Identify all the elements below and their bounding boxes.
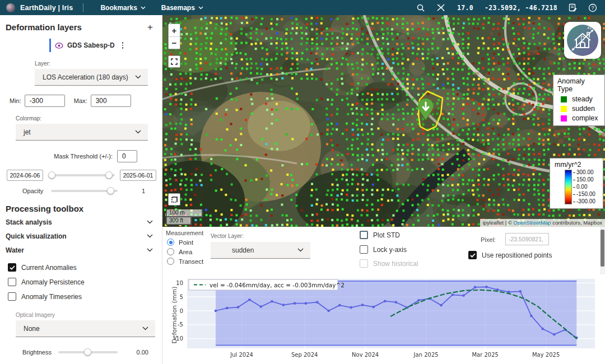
opacity-label: Opacity [22, 188, 43, 194]
checkbox-icon[interactable] [8, 278, 16, 286]
zoom-in-button[interactable]: + [169, 24, 180, 36]
scale-feet: 300 ft [166, 216, 192, 225]
checkbox-icon[interactable] [8, 292, 16, 301]
min-label: Min: [10, 97, 21, 104]
checkbox-anomaly-persistence[interactable]: Anomaly Persistence [8, 278, 162, 286]
scrollbar-track[interactable] [600, 227, 605, 274]
optical-imagery-select[interactable]: None [16, 320, 155, 337]
radio-icon[interactable] [167, 258, 174, 265]
date-range-handle-start[interactable] [48, 171, 55, 179]
measurement-label: Measurement [166, 230, 203, 236]
section-stack-analysis[interactable]: Stack analysis [6, 215, 153, 229]
vector-layer-label: Vector Layer: [211, 233, 244, 239]
search-icon[interactable] [416, 3, 425, 12]
checkbox-icon[interactable] [360, 245, 368, 254]
draw-polygon-icon [171, 196, 178, 203]
checkbox-checked-icon[interactable] [8, 263, 16, 272]
checkbox-icon[interactable] [360, 231, 368, 239]
nav-divider [83, 3, 83, 12]
section-quick-visualization[interactable]: Quick visualization [6, 229, 153, 243]
openstreetmap-link[interactable]: OpenStreetMap [514, 220, 551, 226]
scrollbar-thumb[interactable] [601, 230, 604, 267]
chevron-down-icon [147, 220, 153, 224]
svg-text:5: 5 [180, 294, 183, 300]
date-range-slider[interactable] [48, 174, 115, 176]
satellite-map-canvas[interactable] [162, 15, 605, 227]
mask-threshold-label: Mask Threshold (+/-): [54, 153, 113, 160]
opacity-slider[interactable] [51, 190, 118, 192]
opacity-handle[interactable] [107, 187, 114, 194]
compass-home-button[interactable]: D 41° [564, 22, 601, 59]
svg-text:Nov 2024: Nov 2024 [352, 352, 379, 358]
measure-tool-icon[interactable] [436, 3, 446, 12]
end-date-input[interactable] [120, 170, 156, 181]
checkbox-anomaly-timeseries[interactable]: Anomaly Timeseries [8, 292, 162, 301]
cursor-coordinates: -23.5092, -46.7218 [485, 4, 557, 12]
chevron-down-icon [147, 248, 153, 252]
help-icon[interactable]: ? [588, 3, 597, 12]
layer-select[interactable]: LOS Acceleration (180 days) [35, 69, 148, 86]
radio-selected-icon[interactable] [167, 239, 174, 246]
legend-item-steady: steady [561, 95, 601, 103]
sidebar: Deformation layers + GDS Sabesp-D Layer:… [0, 15, 162, 364]
checkbox-disabled-icon [360, 259, 368, 268]
legend-title: Anomaly Type [557, 77, 601, 93]
max-input[interactable] [91, 95, 131, 107]
start-date-input[interactable] [7, 170, 43, 181]
colorbar-title: mm/yr^2 [555, 161, 601, 169]
menu-bookmarks[interactable]: Bookmarks [92, 0, 153, 15]
map-zoom-control: + − [168, 24, 180, 49]
map-scale: 100 m 300 ft [166, 209, 203, 225]
optical-imagery-label: Optical Imagery [16, 312, 162, 318]
date-range-handle-end[interactable] [105, 171, 113, 179]
svg-text:41°: 41° [587, 25, 593, 30]
complex-swatch [561, 115, 567, 122]
pixel-coordinates-input[interactable] [505, 233, 549, 245]
radio-transect[interactable]: Transect [167, 258, 203, 265]
layer-item[interactable]: GDS Sabesp-D [49, 39, 162, 52]
fullscreen-icon [171, 58, 178, 65]
chevron-down-icon [147, 234, 153, 238]
visibility-eye-icon[interactable] [55, 43, 63, 49]
menu-basemaps[interactable]: Basemaps [153, 0, 211, 15]
layer-name: GDS Sabesp-D [67, 41, 115, 49]
chevron-down-icon [198, 6, 203, 10]
checkbox-checked-icon[interactable] [468, 251, 477, 259]
chart-y-axis-label: Deformation (mm) [171, 284, 178, 346]
checkbox-current-anomalies[interactable]: Current Anomalies [8, 263, 162, 272]
max-label: Max: [74, 97, 87, 104]
radio-area[interactable]: Area [167, 248, 192, 255]
radio-point[interactable]: Point [167, 239, 193, 246]
fullscreen-button[interactable] [168, 55, 180, 68]
colormap-label: Colormap: [16, 115, 162, 122]
vector-layer-select[interactable]: sudden [211, 242, 310, 259]
top-navbar: EarthDaily | Iris Bookmarks Basemaps 17.… [0, 0, 605, 15]
checkbox-plot-std[interactable]: Plot STD [360, 231, 400, 239]
layer-options-kebab-icon[interactable] [120, 41, 126, 50]
pixel-label: Pixel: [481, 236, 496, 243]
timeseries-plot[interactable]: 1050-5-10Jul 2024Sep 2024Nov 2024Jan 202… [162, 274, 605, 364]
checkbox-use-repositioned-points[interactable]: Use repositioned points [468, 251, 552, 259]
jet-colorbar [565, 170, 572, 204]
svg-text:May 2025: May 2025 [532, 352, 560, 358]
add-layer-button[interactable]: + [147, 24, 153, 31]
section-water[interactable]: Water [6, 243, 153, 257]
brightness-slider[interactable] [58, 351, 118, 353]
map-view: + − 100 m 300 ft ipyleaflet | © OpenStre… [162, 15, 605, 227]
draw-polygon-button[interactable] [168, 193, 180, 206]
mask-threshold-input[interactable] [117, 150, 137, 162]
chevron-down-icon [142, 326, 148, 330]
zoom-out-button[interactable]: − [169, 36, 180, 49]
svg-text:vel = -0.046mm/day, acc = -0.0: vel = -0.046mm/day, acc = -0.003mm/day^2 [210, 282, 345, 288]
plot-controls: Measurement Point Area Transect Vector L… [162, 227, 605, 274]
steady-swatch [561, 96, 567, 102]
notes-icon[interactable] [569, 3, 577, 12]
min-input[interactable] [25, 95, 65, 107]
colormap-select[interactable]: jet [16, 124, 148, 141]
layer-select-label: Layer: [35, 60, 162, 67]
map-attribution: ipyleaflet | © OpenStreetMap contributor… [480, 219, 605, 227]
brightness-handle[interactable] [84, 348, 91, 356]
checkbox-lock-y-axis[interactable]: Lock y-axis [360, 245, 407, 254]
radio-icon[interactable] [167, 248, 174, 255]
page-title: Deformation layers [6, 22, 82, 32]
